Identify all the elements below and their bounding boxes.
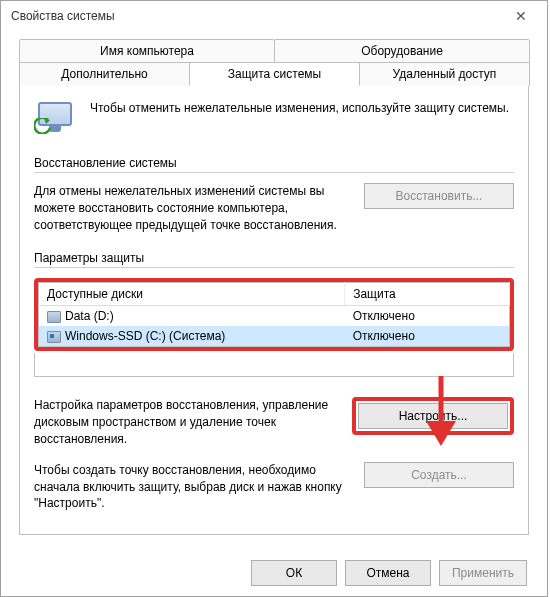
drive-icon [47,311,61,323]
restore-block: Для отмены нежелательных изменений систе… [34,183,514,233]
system-properties-window: Свойства системы ✕ Имя компьютера Оборуд… [0,0,548,597]
section-protection-title: Параметры защиты [34,251,514,268]
configure-block: Настройка параметров восстановления, упр… [34,397,514,447]
intro-block: Чтобы отменить нежелательные изменения, … [34,100,514,140]
titlebar: Свойства системы ✕ [1,1,547,31]
create-block: Чтобы создать точку восстановления, необ… [34,462,514,512]
tab-remote[interactable]: Удаленный доступ [359,62,530,86]
close-icon: ✕ [515,8,527,24]
configure-text: Настройка параметров восстановления, упр… [34,397,338,447]
drive-status: Отключено [345,306,510,327]
drive-table-highlight: Доступные диски Защита Data (D:) Отключе… [34,278,514,351]
ok-button[interactable]: ОК [251,560,337,586]
drive-table: Доступные диски Защита Data (D:) Отключе… [38,282,510,347]
tab-advanced[interactable]: Дополнительно [19,62,190,86]
window-title: Свойства системы [11,9,115,23]
tab-panel-system-protection: Чтобы отменить нежелательные изменения, … [19,85,529,535]
col-drive[interactable]: Доступные диски [39,283,345,306]
tab-system-protection[interactable]: Защита системы [189,62,360,86]
drive-name: Windows-SSD (C:) (Система) [65,329,225,343]
drive-status: Отключено [345,326,510,347]
restore-button[interactable]: Восстановить... [364,183,514,209]
apply-button[interactable]: Применить [439,560,527,586]
section-restore-title: Восстановление системы [34,156,514,173]
tab-strip: Имя компьютера Оборудование Дополнительн… [1,31,547,86]
tab-hardware[interactable]: Оборудование [274,39,530,63]
tab-computer-name[interactable]: Имя компьютера [19,39,275,63]
configure-button-highlight: Настроить... [352,397,514,435]
system-protection-icon [34,100,78,140]
drive-icon [47,331,61,343]
cancel-button[interactable]: Отмена [345,560,431,586]
drive-table-empty-area[interactable] [34,353,514,377]
close-button[interactable]: ✕ [501,4,541,28]
create-text: Чтобы создать точку восстановления, необ… [34,462,350,512]
restore-text: Для отмены нежелательных изменений систе… [34,183,350,233]
table-row[interactable]: Data (D:) Отключено [39,306,510,327]
drive-name: Data (D:) [65,309,114,323]
configure-button[interactable]: Настроить... [358,403,508,429]
intro-text: Чтобы отменить нежелательные изменения, … [90,100,509,140]
create-button[interactable]: Создать... [364,462,514,488]
table-row[interactable]: Windows-SSD (C:) (Система) Отключено [39,326,510,347]
dialog-footer: ОК Отмена Применить [251,560,527,586]
col-status[interactable]: Защита [345,283,510,306]
